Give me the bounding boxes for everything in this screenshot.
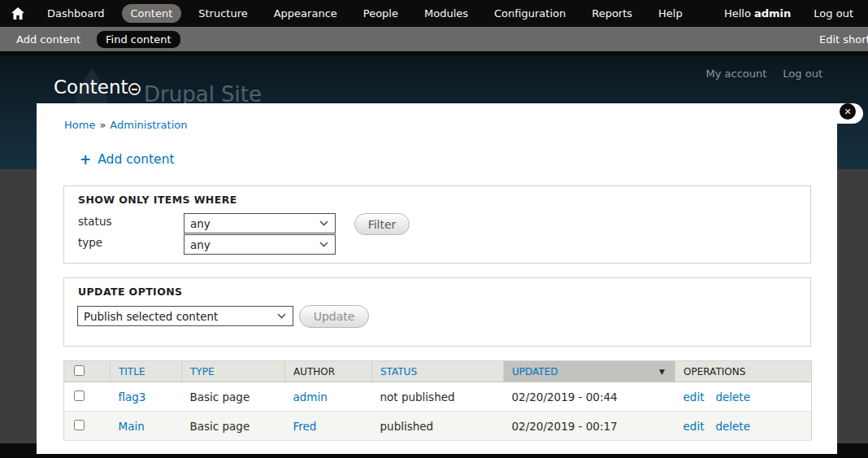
row-checkbox[interactable] — [74, 420, 85, 430]
shortcut-add-content[interactable]: Add content — [10, 31, 87, 48]
header-links: My account Log out — [706, 68, 823, 80]
my-account-link[interactable]: My account — [706, 68, 767, 80]
node-updated: 02/20/2019 - 00:17 — [504, 412, 675, 441]
node-status: not published — [372, 382, 504, 412]
toolbar-item-content[interactable]: Content — [122, 4, 182, 23]
toolbar-item-modules[interactable]: Modules — [415, 4, 477, 23]
edit-shortcuts-link[interactable]: Edit shortcuts — [819, 33, 868, 46]
status-select[interactable]: any — [184, 213, 336, 233]
shortcut-find-content[interactable]: Find content — [97, 31, 180, 48]
update-options-legend: UPDATE OPTIONS — [78, 286, 182, 298]
table-row: flag3 Basic page admin not published 02/… — [64, 382, 812, 412]
add-content-link[interactable]: + Add content — [80, 152, 175, 167]
minus-circle-icon[interactable] — [128, 83, 141, 95]
update-options-fieldset: UPDATE OPTIONS Publish selected content … — [63, 277, 811, 347]
toolbar-item-structure[interactable]: Structure — [189, 4, 256, 23]
type-select[interactable]: any — [184, 234, 336, 255]
node-type: Basic page — [182, 412, 285, 441]
type-select-value: any — [190, 238, 319, 251]
home-icon[interactable] — [8, 4, 28, 24]
sort-title-header[interactable]: TITLE — [119, 366, 145, 377]
toolbar-logout-link[interactable]: Log out — [814, 7, 853, 20]
update-action-value: Publish selected content — [84, 310, 277, 323]
filter-fieldset: SHOW ONLY ITEMS WHERE status any Filter … — [63, 185, 811, 264]
status-select-value: any — [190, 217, 319, 230]
content-overlay-dialog: Home»Administration + Add content SHOW O… — [37, 103, 837, 455]
sort-updated-header[interactable]: UPDATED — [512, 366, 558, 377]
delete-link[interactable]: delete — [715, 420, 750, 433]
sort-type-header[interactable]: TYPE — [190, 366, 214, 377]
plus-icon: + — [80, 153, 91, 167]
author-header: AUTHOR — [285, 361, 372, 382]
edit-link[interactable]: edit — [684, 420, 705, 433]
shortcut-bar: Add content Find content Edit shortcuts — [0, 27, 868, 51]
chevron-down-icon — [277, 313, 286, 319]
toolbar-item-dashboard[interactable]: Dashboard — [38, 4, 114, 23]
toolbar-item-configuration[interactable]: Configuration — [485, 4, 575, 23]
status-label: status — [78, 215, 111, 228]
edit-link[interactable]: edit — [684, 390, 705, 403]
bottom-strip — [0, 454, 868, 458]
node-author-link[interactable]: admin — [293, 390, 328, 403]
update-action-select[interactable]: Publish selected content — [77, 306, 293, 326]
update-button[interactable]: Update — [299, 305, 369, 328]
chevron-down-icon — [319, 242, 328, 247]
toolbar-item-reports[interactable]: Reports — [583, 4, 641, 23]
user-greeting: Hello admin — [724, 7, 791, 20]
breadcrumb-separator: » — [99, 119, 106, 131]
chevron-down-icon — [319, 220, 328, 226]
shortcut-bar-divider — [0, 51, 868, 55]
filter-fieldset-legend: SHOW ONLY ITEMS WHERE — [78, 194, 237, 206]
filter-button[interactable]: Filter — [354, 213, 410, 235]
add-content-label: Add content — [98, 152, 174, 167]
sort-status-header[interactable]: STATUS — [380, 366, 417, 377]
toolbar-menu: Dashboard Content Structure Appearance P… — [34, 4, 696, 23]
header-logout-link[interactable]: Log out — [783, 68, 822, 80]
delete-link[interactable]: delete — [715, 390, 750, 403]
node-title-link[interactable]: flag3 — [119, 390, 146, 403]
breadcrumb-home-link[interactable]: Home — [64, 119, 95, 131]
node-status: published — [372, 412, 504, 441]
close-icon[interactable]: ✕ — [840, 103, 856, 120]
sort-desc-icon: ▼ — [659, 368, 665, 376]
node-title-link[interactable]: Main — [119, 420, 145, 433]
operations-header: OPERATIONS — [675, 361, 812, 382]
screen: Drupal Site Content My account Log out ✕… — [0, 0, 868, 458]
row-checkbox[interactable] — [74, 390, 85, 401]
select-all-checkbox[interactable] — [74, 365, 85, 376]
breadcrumb-administration-link[interactable]: Administration — [110, 119, 187, 131]
type-label: type — [78, 236, 102, 249]
table-row: Main Basic page Fred published 02/20/201… — [64, 412, 812, 441]
content-table: TITLE TYPE AUTHOR STATUS UPDATED▼ OPERAT… — [63, 360, 812, 441]
node-author-link[interactable]: Fred — [293, 420, 317, 433]
breadcrumb: Home»Administration — [64, 119, 188, 131]
toolbar-item-appearance[interactable]: Appearance — [265, 4, 346, 23]
username: admin — [754, 7, 791, 20]
admin-toolbar: Dashboard Content Structure Appearance P… — [0, 0, 868, 27]
toolbar-right: Hello admin Log out — [724, 0, 853, 27]
table-header-row: TITLE TYPE AUTHOR STATUS UPDATED▼ OPERAT… — [64, 361, 812, 382]
node-updated: 02/20/2019 - 00:44 — [504, 382, 675, 412]
page-title: Content — [54, 76, 128, 98]
toolbar-item-help[interactable]: Help — [649, 4, 692, 23]
node-type: Basic page — [182, 382, 285, 412]
toolbar-item-people[interactable]: People — [354, 4, 407, 23]
